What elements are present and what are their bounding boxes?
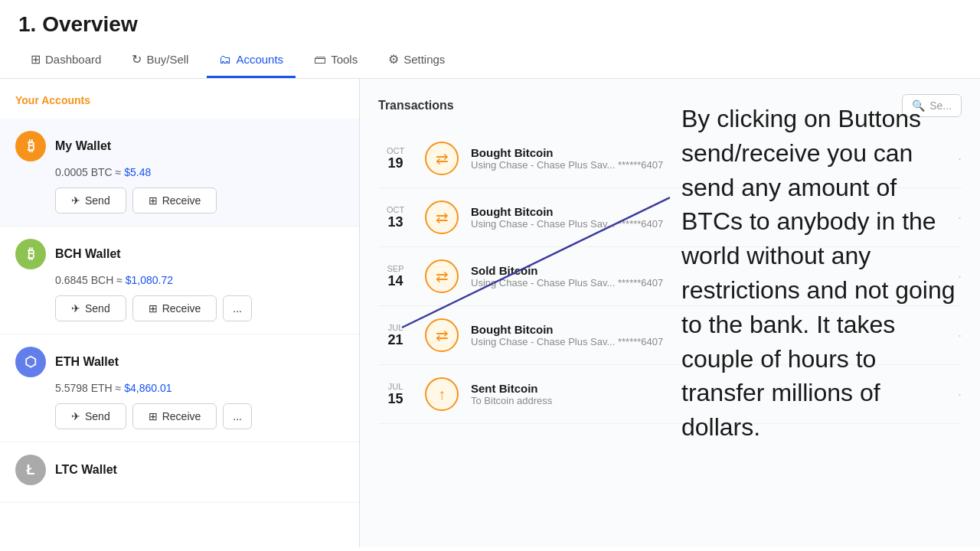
wallet-header-btc: ₿ My Wallet <box>15 131 344 161</box>
tx-icon-3: ⇄ <box>425 318 459 352</box>
bch-icon: ₿ <box>15 239 46 269</box>
ltc-wallet-name: LTC Wallet <box>55 463 117 477</box>
wallet-header-bch: ₿ BCH Wallet <box>15 239 344 269</box>
tx-date-1: OCT 13 <box>378 205 413 230</box>
eth-icon: ⬡ <box>15 347 46 377</box>
bch-more-button[interactable]: ... <box>223 295 252 321</box>
sidebar-title: Your Accounts <box>0 94 359 119</box>
tx-date-0: OCT 19 <box>378 146 413 171</box>
tx-icon-1: ⇄ <box>425 201 459 234</box>
table-row: SEP 14 ⇄ Sold Bitcoin Using Chase - Chas… <box>378 247 962 306</box>
tx-dot-1: · <box>958 210 962 226</box>
tx-info-4: Sent Bitcoin To Bitcoin address <box>471 382 946 406</box>
tx-date-4: JUL 15 <box>378 382 413 407</box>
tx-date-2: SEP 14 <box>378 264 413 289</box>
wallet-card-eth: ⬡ ETH Wallet 5.5798 ETH ≈ $4,860.01 ✈ Se… <box>0 334 359 442</box>
table-row: JUL 15 ↑ Sent Bitcoin To Bitcoin address… <box>378 365 962 424</box>
btc-icon: ₿ <box>15 131 46 161</box>
tx-info-3: Bought Bitcoin Using Chase - Chase Plus … <box>471 323 946 347</box>
ltc-icon: Ł <box>15 455 46 485</box>
tx-dot-2: · <box>958 269 962 285</box>
tx-dot-3: · <box>958 328 962 344</box>
bch-balance: 0.6845 BCH ≈ $1,080.72 <box>15 274 344 286</box>
search-placeholder: Se... <box>929 99 952 112</box>
nav-label-dashboard: Dashboard <box>45 53 101 66</box>
send-icon: ✈ <box>71 194 80 207</box>
wallet-card-btc: ₿ My Wallet 0.0005 BTC ≈ $5.48 ✈ Send ⊞ … <box>0 119 359 227</box>
btc-balance: 0.0005 BTC ≈ $5.48 <box>15 166 344 178</box>
send-icon: ✈ <box>71 302 80 315</box>
tools-icon: 🗃 <box>314 53 326 67</box>
wallet-header-eth: ⬡ ETH Wallet <box>15 347 344 377</box>
sidebar: Your Accounts ₿ My Wallet 0.0005 BTC ≈ $… <box>0 79 360 547</box>
table-row: OCT 19 ⇄ Bought Bitcoin Using Chase - Ch… <box>378 129 962 188</box>
nav-label-tools: Tools <box>331 53 358 66</box>
table-row: JUL 21 ⇄ Bought Bitcoin Using Chase - Ch… <box>378 306 962 365</box>
btc-send-button[interactable]: ✈ Send <box>55 187 126 214</box>
tx-info-1: Bought Bitcoin Using Chase - Chase Plus … <box>471 205 946 230</box>
nav-item-accounts[interactable]: 🗂 Accounts <box>207 44 296 78</box>
page-title: 1. Overview <box>18 12 962 37</box>
nav-bar: ⊞ Dashboard ↻ Buy/Sell 🗂 Accounts 🗃 Tool… <box>0 43 980 79</box>
tx-icon-4: ↑ <box>425 377 459 411</box>
bch-send-button[interactable]: ✈ Send <box>55 295 126 321</box>
search-bar[interactable]: 🔍 Se... <box>902 94 962 117</box>
eth-send-button[interactable]: ✈ Send <box>55 403 126 429</box>
nav-item-dashboard[interactable]: ⊞ Dashboard <box>18 43 113 78</box>
nav-item-settings[interactable]: ⚙ Settings <box>376 43 457 78</box>
btc-wallet-name: My Wallet <box>55 139 111 153</box>
settings-icon: ⚙ <box>388 52 399 67</box>
right-panel: Transactions 🔍 Se... OCT 19 ⇄ Bought Bit… <box>360 79 980 547</box>
eth-actions: ✈ Send ⊞ Receive ... <box>15 403 344 429</box>
wallet-card-ltc: Ł LTC Wallet <box>0 442 359 503</box>
wallet-header-ltc: Ł LTC Wallet <box>15 455 344 485</box>
eth-balance: 5.5798 ETH ≈ $4,860.01 <box>15 382 344 394</box>
eth-receive-button[interactable]: ⊞ Receive <box>132 403 217 429</box>
bch-receive-button[interactable]: ⊞ Receive <box>132 295 217 321</box>
receive-icon: ⊞ <box>149 302 158 315</box>
eth-more-button[interactable]: ... <box>223 403 252 429</box>
btc-actions: ✈ Send ⊞ Receive <box>15 187 344 214</box>
nav-label-settings: Settings <box>403 53 445 66</box>
tx-dot-4: · <box>958 386 962 403</box>
search-icon: 🔍 <box>912 99 925 112</box>
bch-wallet-name: BCH Wallet <box>55 247 121 261</box>
wallet-card-bch: ₿ BCH Wallet 0.6845 BCH ≈ $1,080.72 ✈ Se… <box>0 227 359 334</box>
main-content: Your Accounts ₿ My Wallet 0.0005 BTC ≈ $… <box>0 79 980 547</box>
send-icon: ✈ <box>71 410 80 422</box>
receive-icon: ⊞ <box>149 194 158 207</box>
nav-label-buysell: Buy/Sell <box>146 53 188 66</box>
bch-actions: ✈ Send ⊞ Receive ... <box>15 295 344 321</box>
accounts-icon: 🗂 <box>219 53 231 67</box>
transactions-list: OCT 19 ⇄ Bought Bitcoin Using Chase - Ch… <box>378 129 962 424</box>
nav-label-accounts: Accounts <box>236 53 283 66</box>
tx-icon-0: ⇄ <box>425 142 459 175</box>
buysell-icon: ↻ <box>132 52 142 67</box>
tx-info-2: Sold Bitcoin Using Chase - Chase Plus Sa… <box>471 264 946 289</box>
eth-wallet-name: ETH Wallet <box>55 355 119 369</box>
tx-dot-0: · <box>958 151 962 167</box>
dashboard-icon: ⊞ <box>31 52 41 67</box>
btc-receive-button[interactable]: ⊞ Receive <box>132 187 217 214</box>
transactions-header: Transactions 🔍 Se... <box>378 94 962 117</box>
table-row: OCT 13 ⇄ Bought Bitcoin Using Chase - Ch… <box>378 188 962 247</box>
nav-item-tools[interactable]: 🗃 Tools <box>302 44 370 78</box>
header-top: 1. Overview <box>0 0 980 43</box>
receive-icon: ⊞ <box>149 410 158 422</box>
tx-info-0: Bought Bitcoin Using Chase - Chase Plus … <box>471 146 946 171</box>
tx-date-3: JUL 21 <box>378 323 413 348</box>
transactions-title: Transactions <box>378 99 454 112</box>
nav-item-buysell[interactable]: ↻ Buy/Sell <box>119 43 201 78</box>
tx-icon-2: ⇄ <box>425 259 459 293</box>
